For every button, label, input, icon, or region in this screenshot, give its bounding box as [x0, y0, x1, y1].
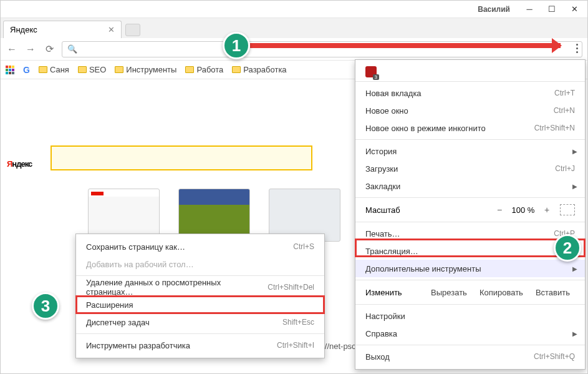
menu-button[interactable]: [570, 41, 584, 56]
bookmark-item[interactable]: Саня: [39, 65, 69, 74]
zoom-in-button[interactable]: +: [539, 205, 555, 215]
bookmark-item[interactable]: Разработка: [232, 65, 286, 74]
folder-icon: [39, 66, 47, 73]
menu-settings[interactable]: Настройки: [355, 307, 585, 325]
annotation-arrow-1: [250, 43, 561, 48]
folder-icon: [185, 66, 194, 73]
paste-button[interactable]: Вставить: [531, 288, 575, 297]
menu-help[interactable]: Справка▶: [355, 325, 585, 342]
menu-new-tab[interactable]: Новая вкладкаCtrl+T: [355, 84, 585, 102]
bookmark-google[interactable]: G: [23, 65, 30, 75]
chevron-right-icon: ▶: [572, 148, 577, 155]
bookmark-item[interactable]: Инструменты: [115, 65, 176, 74]
search-icon: 🔍: [67, 44, 77, 54]
maximize-button[interactable]: ☐: [542, 2, 561, 16]
annotation-badge-2: 2: [554, 234, 581, 262]
more-tools-submenu: Сохранить страницу как…Ctrl+S Добавить н…: [75, 234, 325, 358]
menu-bookmarks[interactable]: Закладки▶: [355, 177, 585, 195]
submenu-extensions[interactable]: Расширения: [76, 296, 324, 313]
tab-title: Яндекс: [10, 25, 37, 34]
tab-close-icon[interactable]: ✕: [108, 25, 115, 34]
menu-zoom-row: Масштаб − 100 % +: [355, 200, 585, 219]
cut-button[interactable]: Вырезать: [426, 288, 472, 297]
menu-cast[interactable]: Трансляция…: [355, 242, 585, 260]
folder-icon: [232, 66, 241, 73]
zoom-out-button[interactable]: −: [491, 205, 508, 215]
folder-icon: [78, 66, 87, 73]
menu-print[interactable]: Печать…Ctrl+P: [355, 225, 585, 242]
chevron-right-icon: ▶: [572, 330, 577, 337]
menu-incognito[interactable]: Новое окно в режиме инкогнитоCtrl+Shift+…: [355, 119, 585, 137]
google-icon: G: [23, 65, 30, 75]
menu-new-window[interactable]: Новое окноCtrl+N: [355, 102, 585, 119]
new-tab-button[interactable]: [125, 24, 140, 36]
back-button[interactable]: ←: [6, 44, 18, 55]
folder-icon: [115, 66, 123, 73]
menu-history[interactable]: История▶: [355, 142, 585, 160]
zoom-value: 100 %: [508, 205, 539, 215]
window-user: Василий: [478, 5, 510, 14]
chevron-right-icon: ▶: [572, 265, 577, 272]
submenu-clear-data[interactable]: Удаление данных о просмотренных страница…: [76, 278, 324, 296]
ublock-icon[interactable]: [365, 66, 377, 77]
menu-downloads[interactable]: ЗагрузкиCtrl+J: [355, 160, 585, 177]
fullscreen-button[interactable]: [560, 204, 575, 215]
menu-exit[interactable]: ВыходCtrl+Shift+Q: [355, 348, 585, 365]
yandex-search-input[interactable]: [51, 145, 312, 170]
close-button[interactable]: ✕: [565, 2, 584, 16]
submenu-add-desktop: Добавить на рабочий стол…: [76, 255, 324, 273]
chevron-right-icon: ▶: [572, 183, 577, 190]
copy-button[interactable]: Копировать: [475, 288, 528, 297]
annotation-badge-1: 1: [223, 32, 250, 59]
forward-button[interactable]: →: [24, 44, 37, 55]
menu-edit-row: Изменить Вырезать Копировать Вставить: [355, 283, 585, 302]
toolbar: ← → ⟳ 🔍: [1, 38, 587, 61]
tab-bar: Яндекс ✕: [1, 18, 587, 38]
annotation-badge-3: 3: [32, 292, 59, 320]
bookmark-item[interactable]: Работа: [185, 65, 223, 74]
submenu-task-manager[interactable]: Диспетчер задачShift+Esc: [76, 313, 324, 331]
bookmark-item[interactable]: SEO: [78, 65, 106, 74]
minimize-button[interactable]: ─: [520, 2, 539, 16]
chrome-main-menu: Новая вкладкаCtrl+T Новое окноCtrl+N Нов…: [355, 59, 586, 370]
tab-yandex[interactable]: Яндекс ✕: [3, 21, 122, 38]
submenu-dev-tools[interactable]: Инструменты разработчикаCtrl+Shift+I: [76, 337, 324, 354]
submenu-save-as[interactable]: Сохранить страницу как…Ctrl+S: [76, 238, 324, 255]
menu-more-tools[interactable]: Дополнительные инструменты▶: [355, 260, 585, 277]
apps-button[interactable]: [6, 66, 14, 74]
reload-button[interactable]: ⟳: [43, 43, 55, 55]
yandex-logo: Яндекс: [7, 142, 32, 174]
